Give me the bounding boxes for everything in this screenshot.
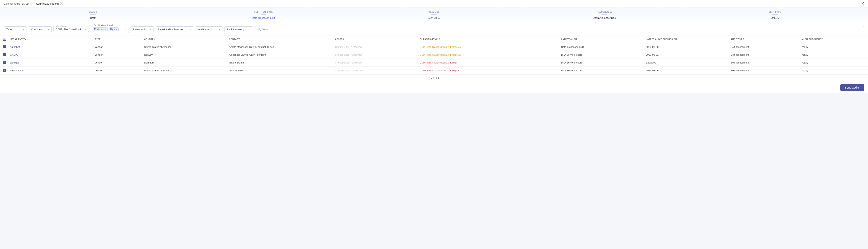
row-classification: GDPR Risk Classification 2 : High xyxy=(420,61,457,64)
row-contact: Nikolaj Dømel xyxy=(229,61,244,64)
search-filter[interactable]: 🔍 xyxy=(255,26,864,32)
breadcrumb-separator: › xyxy=(34,2,34,5)
audit-frequency-filter[interactable]: Audit frequency ▼ xyxy=(224,26,253,32)
filters-bar: Type ▼ Countries ▼ Classification GDPR R… xyxy=(0,23,868,36)
risk-icon-moderate xyxy=(450,46,451,48)
row-audit-type: Self assessment xyxy=(731,61,749,64)
pagination-bar: 1 - 4 of 4 xyxy=(0,74,868,82)
risk-level-text: Moderate xyxy=(452,46,462,48)
col-header-assets[interactable]: ASSETS xyxy=(335,38,420,40)
row-country: United States of America xyxy=(144,46,172,48)
row-latest-submission: 2023-08-06 xyxy=(646,69,659,72)
breadcrumb-current: Audits (2024-08-06) i xyxy=(36,2,63,5)
row-audit-type: Self assessment xyxy=(731,69,749,72)
send-audits-button[interactable]: Send audits xyxy=(840,84,864,91)
template-link[interactable]: Data processor audit xyxy=(252,17,275,19)
search-input[interactable] xyxy=(262,28,862,31)
col-header-type[interactable]: TYPE xyxy=(95,38,144,40)
row-assets[interactable]: Choose asset (Optional) xyxy=(335,46,362,48)
summary-bar: STATUS Draft AUDIT TEMPLATE Data process… xyxy=(0,7,868,23)
remove-moderate-tag[interactable]: ✕ xyxy=(105,28,106,30)
table-row: ✓ Alphabet Vendor United States of Ameri… xyxy=(0,43,868,51)
summary-responsible: RESPONSIBLE John Alexander Doe xyxy=(519,11,690,19)
chevron-down-icon: ▼ xyxy=(48,28,50,30)
classification-text: GDPR Risk Classification 2 : xyxy=(420,69,449,72)
row-contact: Alexander Lanng (GDPR contact) xyxy=(229,53,266,56)
col-header-audit-type[interactable]: AUDIT TYPE xyxy=(731,38,801,40)
col-header-country[interactable]: COUNTRY xyxy=(144,38,229,40)
col-header-contact[interactable]: CONTACT xyxy=(229,38,335,40)
classification-float-label: Classification xyxy=(56,25,68,27)
row-classification: GDPR Risk Classification 2 : High + 1 xyxy=(420,69,461,72)
footer-bar: Send audits xyxy=(0,82,868,93)
entity-link[interactable]: Webdigital.io xyxy=(10,69,24,72)
risk-icon-high xyxy=(450,62,452,63)
info-icon[interactable]: i xyxy=(60,2,63,5)
col-header-audit-frequency[interactable]: AUDIT FREQUENCY xyxy=(801,38,865,40)
entity-link[interactable]: GAMIC xyxy=(10,53,18,56)
risk-tag-moderate[interactable]: Moderate ✕ xyxy=(93,27,108,31)
row-assets[interactable]: Choose asset (Optional) xyxy=(335,61,362,64)
row-audit-type: Self assessment xyxy=(731,46,749,48)
countries-filter[interactable]: Countries ▼ xyxy=(29,26,52,32)
row-type: Vendor xyxy=(95,53,102,56)
breadcrumb: External audits (SMEDIA) › Audits (2024-… xyxy=(4,2,63,5)
chevron-down-icon: ▼ xyxy=(218,28,220,30)
row-checkbox-1[interactable]: ✓ xyxy=(3,53,6,56)
entity-link[interactable]: Lamigoo xyxy=(10,61,20,64)
latest-audit-filter[interactable]: Latest audit ▼ xyxy=(131,26,154,32)
row-latest-submission: 2023-08-01 xyxy=(646,53,659,56)
risk-icon-high xyxy=(450,70,452,71)
table-row: ✓ Lamigoo Vendor Denmark Nikolaj Dømel C… xyxy=(0,59,868,66)
table-header: – LEGAL ENTITY ↑ TYPE COUNTRY CONTACT AS… xyxy=(0,36,868,43)
breadcrumb-parent[interactable]: External audits (SMEDIA) xyxy=(4,2,32,5)
row-checkbox-0[interactable]: ✓ xyxy=(3,45,6,48)
risk-level-text: High + 1 xyxy=(452,69,461,72)
entity-link[interactable]: Alphabet xyxy=(10,46,20,48)
row-country: Norway xyxy=(144,53,153,56)
row-country: Denmark xyxy=(144,61,154,64)
chevron-down-icon: ▼ xyxy=(125,28,127,30)
row-audit-type: Self assessment xyxy=(731,53,749,56)
row-classification: GDPR Risk Classification 2 : Moderate xyxy=(420,54,462,56)
select-all-checkbox[interactable]: – xyxy=(3,38,6,41)
row-checkbox-3[interactable]: ✓ xyxy=(3,69,6,72)
table-container: – LEGAL ENTITY ↑ TYPE COUNTRY CONTACT AS… xyxy=(0,36,868,82)
classification-filter[interactable]: Classification GDPR Risk Classificati...… xyxy=(54,27,89,32)
latest-submission-filter[interactable]: Latest audit submission ▼ xyxy=(156,26,194,32)
classification-text: GDPR Risk Classification 2 : xyxy=(420,61,449,64)
row-contact: John Doe (DPO) xyxy=(229,69,247,72)
row-audit-frequency: Yearly xyxy=(801,46,808,48)
chevron-down-icon: ▼ xyxy=(249,28,251,30)
row-latest-audit: DPA Service (score) xyxy=(561,53,583,56)
table-row: ✓ GAMIC Vendor Norway Alexander Lanng (G… xyxy=(0,51,868,59)
row-type: Vendor xyxy=(95,61,102,64)
row-type: Vendor xyxy=(95,46,102,48)
table-body: ✓ Alphabet Vendor United States of Ameri… xyxy=(0,43,868,74)
row-audit-frequency: Yearly xyxy=(801,61,808,64)
risk-tag-high[interactable]: High ✕ xyxy=(109,27,119,31)
risk-icon-moderate xyxy=(450,54,451,56)
audit-type-filter[interactable]: Audit type ▼ xyxy=(196,26,222,32)
col-header-latest-audit[interactable]: LATEST AUDIT xyxy=(561,38,646,40)
row-assets[interactable]: Choose asset (Optional) xyxy=(335,53,362,56)
row-assets[interactable]: Choose asset (Optional) xyxy=(335,69,362,72)
row-contact: Anette Mogensen (GDPR contact, IT sec... xyxy=(229,46,276,48)
remove-high-tag[interactable]: ✕ xyxy=(116,28,117,30)
risk-level-text: Moderate xyxy=(452,54,462,56)
col-header-classifications[interactable]: CLASSIFICATIONS xyxy=(420,38,561,40)
pagination-info: 1 - 4 of 4 xyxy=(429,77,439,80)
col-header-latest-submission[interactable]: LATEST AUDIT SUBMISSION xyxy=(646,38,731,40)
sort-icon: ↑ xyxy=(27,38,28,40)
chevron-down-icon: ▼ xyxy=(190,28,192,30)
row-classification: GDPR Risk Classification 2 : Moderate xyxy=(420,46,462,48)
summary-template: AUDIT TEMPLATE Data processor audit xyxy=(178,11,349,19)
type-filter[interactable]: Type ▼ xyxy=(4,26,27,32)
row-checkbox-2[interactable]: ✓ xyxy=(3,61,6,64)
row-latest-audit: Data processor audit xyxy=(561,46,584,48)
table-row: ✓ Webdigital.io Vendor United States of … xyxy=(0,66,868,74)
risk-level-filter[interactable]: Classification risk level Moderate ✕ Hig… xyxy=(91,26,129,33)
external-link-icon[interactable] xyxy=(861,2,864,5)
svg-line-0 xyxy=(862,2,864,4)
col-header-entity[interactable]: LEGAL ENTITY ↑ xyxy=(10,38,95,40)
